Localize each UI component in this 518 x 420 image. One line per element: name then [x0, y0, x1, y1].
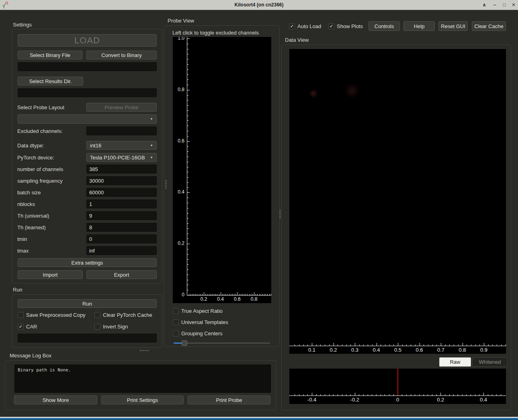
chevron-down-icon: ▼: [150, 144, 153, 147]
x-minor-tick: [201, 294, 201, 295]
y-minor-tick: [187, 188, 188, 188]
x-major-tick: [204, 292, 204, 295]
checkbox-box[interactable]: [18, 312, 24, 318]
checkbox-box[interactable]: [173, 308, 179, 314]
print-settings-button[interactable]: Print Settings: [101, 396, 184, 404]
x-minor-tick: [475, 394, 475, 396]
title-bar[interactable]: Kilosort4 (on cn2366) ∧ – □ ✕: [0, 0, 518, 10]
controls-button[interactable]: Controls: [369, 21, 400, 31]
x-minor-tick: [329, 345, 330, 346]
checkbox-box[interactable]: [173, 319, 179, 325]
kilosort4-window: Kilosort4 (on cn2366) ∧ – □ ✕ Settings L…: [0, 0, 518, 420]
probe-zoom-slider[interactable]: [174, 340, 270, 346]
checkbox-label: Clear PyTorch Cache: [103, 312, 152, 318]
x-minor-tick: [350, 394, 351, 396]
data-dtype-combo[interactable]: int16▼: [86, 141, 157, 150]
x-minor-tick: [415, 345, 416, 346]
import-button[interactable]: Import: [18, 270, 83, 279]
probe-layout-combo[interactable]: ▼: [18, 114, 157, 124]
x-minor-tick: [496, 394, 497, 396]
invert-sign-checkbox[interactable]: Invert Sign: [94, 324, 128, 330]
print-probe-button[interactable]: Print Probe: [188, 396, 270, 404]
message-log-text-area[interactable]: Binary path is None.: [14, 365, 271, 393]
minimize-window-icon[interactable]: –: [491, 0, 499, 10]
clear-pytorch-cache-checkbox[interactable]: Clear PyTorch Cache: [94, 312, 152, 318]
run-button[interactable]: Run: [18, 299, 157, 308]
x-minor-tick: [381, 394, 381, 396]
x-major-tick: [254, 292, 254, 295]
y-minor-tick: [187, 44, 188, 44]
probe-plot[interactable]: 1.00.80.60.40.200.20.40.60.8: [173, 37, 271, 303]
y-minor-tick: [187, 234, 188, 234]
load-button[interactable]: LOAD: [18, 34, 157, 47]
select-binary-file-button[interactable]: Select Binary File: [18, 51, 82, 59]
tmax-input[interactable]: inf: [86, 246, 157, 255]
x-major-tick: [483, 393, 484, 396]
horizontal-splitter-handle[interactable]: [140, 350, 149, 351]
tmin-input[interactable]: 0: [86, 234, 157, 243]
close-window-icon[interactable]: ✕: [510, 0, 518, 10]
x-minor-tick: [251, 294, 251, 295]
grouping-centers-checkbox[interactable]: Grouping Centers: [173, 330, 223, 336]
checkbox-box[interactable]: [94, 324, 100, 330]
help-button[interactable]: Help: [403, 21, 435, 31]
data-trace-plot[interactable]: 0.10.20.30.40.50.60.70.80.9: [289, 49, 506, 354]
x-minor-tick: [239, 294, 240, 295]
checkbox-box[interactable]: [94, 312, 100, 318]
x-minor-tick: [471, 394, 471, 396]
nblocks-input[interactable]: 1: [86, 200, 157, 208]
slider-groove[interactable]: [174, 343, 270, 344]
x-tick-label: 0.6: [234, 296, 241, 302]
x-axis-line: [187, 295, 271, 296]
y-major-tick: [187, 244, 190, 244]
true-aspect-ratio-checkbox[interactable]: True Aspect Ratio: [173, 308, 223, 314]
x-minor-tick: [195, 294, 196, 295]
x-minor-tick: [241, 294, 241, 295]
binary-path-input[interactable]: [18, 62, 157, 71]
time-scrubber-plot[interactable]: -0.4-0.200.20.4: [289, 369, 506, 404]
checkbox-box[interactable]: [173, 330, 179, 336]
universal-templates-checkbox[interactable]: Universal Templates: [173, 319, 228, 325]
x-minor-tick: [211, 294, 211, 295]
raw-mode-button[interactable]: Raw: [439, 357, 471, 367]
pytorch-device-combo[interactable]: Tesla P100-PCIE-16GB▼: [86, 153, 157, 162]
shade-window-icon[interactable]: ∧: [480, 0, 488, 10]
preview-probe-button[interactable]: Preview Probe: [86, 103, 157, 112]
y-minor-tick: [187, 136, 188, 137]
checkbox-box[interactable]: ✓: [289, 23, 295, 29]
checkbox-box[interactable]: ✓: [18, 324, 24, 330]
slider-handle[interactable]: [182, 340, 187, 346]
whitened-mode-button[interactable]: Whitened: [472, 357, 508, 367]
show-plots-checkbox[interactable]: ✓Show Plots: [328, 23, 363, 29]
export-button[interactable]: Export: [86, 270, 157, 279]
clear-cache-button[interactable]: Clear Cache: [472, 21, 506, 31]
x-tick-label: 0.2: [437, 397, 444, 403]
convert-to-binary-button[interactable]: Convert to Binary: [86, 51, 157, 59]
batch-size-input[interactable]: 60000: [86, 188, 157, 197]
x-tick-label: 0.4: [217, 296, 224, 302]
x-minor-tick: [479, 394, 479, 396]
right-vertical-splitter-handle[interactable]: [280, 210, 280, 218]
select-results-dir-button[interactable]: Select Results Dir.: [18, 77, 83, 86]
x-tick-label: 0.9: [480, 347, 487, 353]
x-minor-tick: [458, 345, 459, 346]
extra-settings-button[interactable]: Extra settings: [18, 258, 157, 267]
sampling-frequency-input[interactable]: 30000: [86, 176, 157, 185]
message-log-section-label: Message Log Box: [10, 353, 51, 359]
number-of-channels-input[interactable]: 385: [86, 165, 157, 173]
checkbox-label: Save Preprocessed Copy: [26, 312, 85, 318]
show-more-button[interactable]: Show More: [14, 396, 97, 404]
save-preprocessed-checkbox[interactable]: Save Preprocessed Copy: [18, 312, 85, 318]
th-learned-input[interactable]: 8: [86, 223, 157, 232]
car-checkbox[interactable]: ✓CAR: [18, 324, 37, 330]
x-axis-line: [289, 396, 506, 396]
maximize-window-icon[interactable]: □: [500, 0, 508, 10]
checkbox-box[interactable]: ✓: [328, 23, 334, 29]
auto-load-checkbox[interactable]: ✓Auto Load: [289, 23, 321, 29]
results-path-input[interactable]: [18, 88, 157, 97]
y-minor-tick: [187, 218, 188, 218]
reset-gui-button[interactable]: Reset GUI: [438, 21, 468, 31]
excluded-channels-input[interactable]: [86, 126, 157, 135]
th-universal-input[interactable]: 9: [86, 211, 157, 220]
y-minor-tick: [187, 208, 188, 208]
